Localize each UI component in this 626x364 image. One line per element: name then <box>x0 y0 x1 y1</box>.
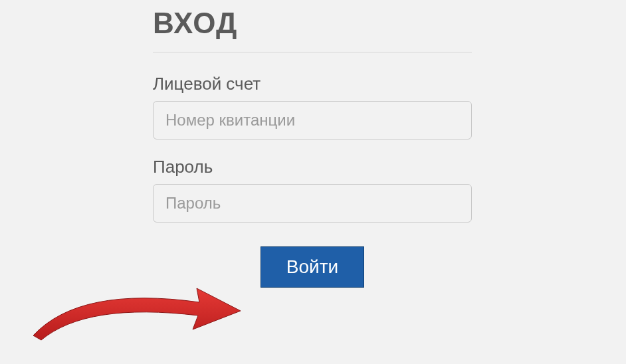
submit-row: Войти <box>153 246 472 288</box>
password-field-group: Пароль <box>153 157 472 223</box>
password-input[interactable] <box>153 184 472 223</box>
account-input[interactable] <box>153 101 472 139</box>
password-label: Пароль <box>153 157 472 177</box>
login-button[interactable]: Войти <box>261 246 364 288</box>
account-label: Лицевой счет <box>153 74 472 94</box>
login-form: ВХОД Лицевой счет Пароль Войти <box>153 7 472 288</box>
page-title: ВХОД <box>153 7 472 52</box>
account-field-group: Лицевой счет <box>153 74 472 139</box>
